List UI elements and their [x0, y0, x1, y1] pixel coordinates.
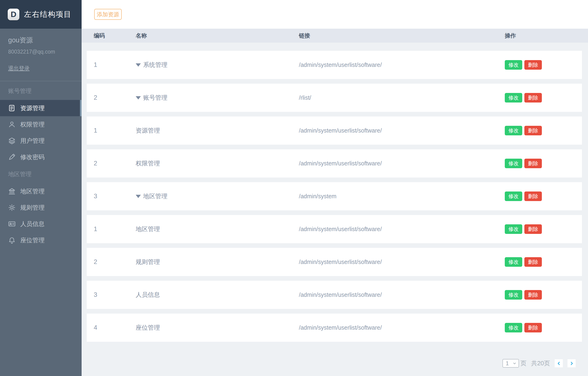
sidebar-item-personnel-info[interactable]: 人员信息 — [0, 216, 82, 232]
page-select-value: 1 — [506, 360, 509, 367]
delete-button[interactable]: 删除 — [524, 323, 542, 333]
code-cell: 1 — [94, 127, 136, 134]
sidebar: D 左右结构项目 gou资源 80032217@qq.com 退出登录 账号管理… — [0, 0, 82, 376]
name-cell: 座位管理 — [136, 324, 299, 332]
code-cell: 2 — [94, 94, 136, 101]
name-cell: 账号管理 — [136, 94, 299, 102]
prev-page-button[interactable] — [555, 359, 563, 367]
edit-button[interactable]: 修改 — [505, 224, 522, 234]
column-header-name: 名称 — [136, 32, 299, 39]
ops-cell: 修改 删除 — [505, 126, 582, 135]
sidebar-item-label: 地区管理 — [20, 187, 44, 196]
resource-name: 地区管理 — [136, 225, 160, 233]
delete-button[interactable]: 删除 — [524, 257, 542, 267]
resource-name: 规则管理 — [136, 258, 160, 266]
table-row: 1 地区管理 /admin/system/userlist/software/ … — [87, 215, 582, 243]
sidebar-item-label: 权限管理 — [20, 120, 44, 129]
sidebar-section-account: 账号管理 — [0, 87, 82, 94]
delete-button[interactable]: 删除 — [524, 159, 542, 168]
edit-button[interactable]: 修改 — [505, 323, 522, 333]
sidebar-item-label: 用户管理 — [20, 137, 44, 145]
next-page-button[interactable] — [567, 359, 576, 367]
app-title: 左右结构项目 — [24, 9, 72, 20]
edit-button[interactable]: 修改 — [505, 290, 522, 300]
main-content: 添加资源 编码 名称 链接 操作 1 系统管理 /admin/system/us… — [82, 0, 588, 376]
table-row: 1 系统管理 /admin/system/userlist/software/ … — [87, 51, 582, 79]
link-cell: /admin/system/userlist/software/ — [299, 259, 505, 265]
document-icon — [8, 104, 16, 112]
link-cell: /rlist/ — [299, 94, 505, 101]
link-cell: /admin/system/userlist/software/ — [299, 324, 505, 331]
collapse-arrow-icon[interactable] — [136, 63, 141, 67]
sidebar-item-region-mgmt[interactable]: 地区管理 — [0, 183, 82, 199]
delete-button[interactable]: 删除 — [524, 224, 542, 234]
bell-icon — [8, 236, 16, 244]
collapse-arrow-icon[interactable] — [136, 96, 141, 99]
bank-icon — [8, 188, 16, 195]
page-total-label: 共20页 — [531, 359, 550, 367]
code-cell: 3 — [94, 193, 136, 200]
ops-cell: 修改 删除 — [505, 224, 582, 234]
link-cell: /admin/system/userlist/software/ — [299, 160, 505, 167]
chevron-down-icon — [513, 361, 517, 366]
resource-name: 人员信息 — [136, 291, 160, 299]
user-block: gou资源 80032217@qq.com — [0, 29, 82, 55]
collapse-arrow-icon[interactable] — [136, 195, 141, 198]
ops-cell: 修改 删除 — [505, 93, 582, 103]
layers-icon — [8, 137, 16, 145]
sidebar-item-label: 修改密码 — [20, 153, 44, 161]
name-cell: 权限管理 — [136, 159, 299, 167]
pen-icon — [8, 153, 16, 161]
resource-name: 地区管理 — [143, 192, 167, 200]
code-cell: 3 — [94, 291, 136, 298]
code-cell: 1 — [94, 226, 136, 233]
page-select[interactable]: 1 — [502, 359, 519, 368]
resource-name: 账号管理 — [143, 94, 167, 102]
user-icon — [8, 121, 16, 128]
ops-cell: 修改 删除 — [505, 257, 582, 267]
table-row: 1 资源管理 /admin/system/userlist/software/ … — [87, 116, 582, 145]
ops-cell: 修改 删除 — [505, 191, 582, 201]
app-logo-icon: D — [8, 9, 19, 20]
sidebar-item-change-password[interactable]: 修改密码 — [0, 149, 82, 165]
table-row: 4 座位管理 /admin/system/userlist/software/ … — [87, 313, 582, 342]
table-row: 3 人员信息 /admin/system/userlist/software/ … — [87, 281, 582, 309]
code-cell: 1 — [94, 61, 136, 69]
delete-button[interactable]: 删除 — [524, 126, 542, 135]
edit-button[interactable]: 修改 — [505, 126, 522, 135]
table-row: 2 规则管理 /admin/system/userlist/software/ … — [87, 248, 582, 276]
name-cell: 地区管理 — [136, 225, 299, 233]
logo-bar: D 左右结构项目 — [0, 0, 82, 29]
column-header-ops: 操作 — [505, 32, 588, 39]
delete-button[interactable]: 删除 — [524, 93, 542, 103]
name-cell: 规则管理 — [136, 258, 299, 266]
sidebar-item-seat-mgmt[interactable]: 座位管理 — [0, 232, 82, 248]
delete-button[interactable]: 删除 — [524, 290, 542, 300]
code-cell: 2 — [94, 160, 136, 167]
sidebar-item-rule-mgmt[interactable]: 规则管理 — [0, 199, 82, 216]
ops-cell: 修改 删除 — [505, 60, 582, 70]
resource-name: 资源管理 — [136, 126, 160, 135]
table-row: 2 权限管理 /admin/system/userlist/software/ … — [87, 149, 582, 178]
sidebar-item-permission-mgmt[interactable]: 权限管理 — [0, 116, 82, 133]
name-cell: 资源管理 — [136, 126, 299, 135]
delete-button[interactable]: 删除 — [524, 191, 542, 201]
edit-button[interactable]: 修改 — [505, 159, 522, 168]
sidebar-item-label: 资源管理 — [20, 104, 44, 112]
sidebar-item-resource-mgmt[interactable]: 资源管理 — [0, 100, 82, 116]
edit-button[interactable]: 修改 — [505, 60, 522, 70]
edit-button[interactable]: 修改 — [505, 257, 522, 267]
user-email: 80032217@qq.com — [8, 49, 82, 55]
table-header: 编码 名称 链接 操作 — [82, 29, 588, 43]
column-header-code: 编码 — [94, 32, 136, 39]
chevron-left-icon — [556, 361, 561, 366]
delete-button[interactable]: 删除 — [524, 60, 542, 70]
edit-button[interactable]: 修改 — [505, 93, 522, 103]
add-resource-button[interactable]: 添加资源 — [94, 9, 122, 20]
edit-button[interactable]: 修改 — [505, 191, 522, 201]
sidebar-item-user-mgmt[interactable]: 用户管理 — [0, 133, 82, 149]
sidebar-item-label: 规则管理 — [20, 204, 44, 212]
resource-name: 系统管理 — [143, 61, 167, 69]
table-body: 1 系统管理 /admin/system/userlist/software/ … — [82, 43, 588, 342]
logout-link[interactable]: 退出登录 — [8, 65, 82, 72]
